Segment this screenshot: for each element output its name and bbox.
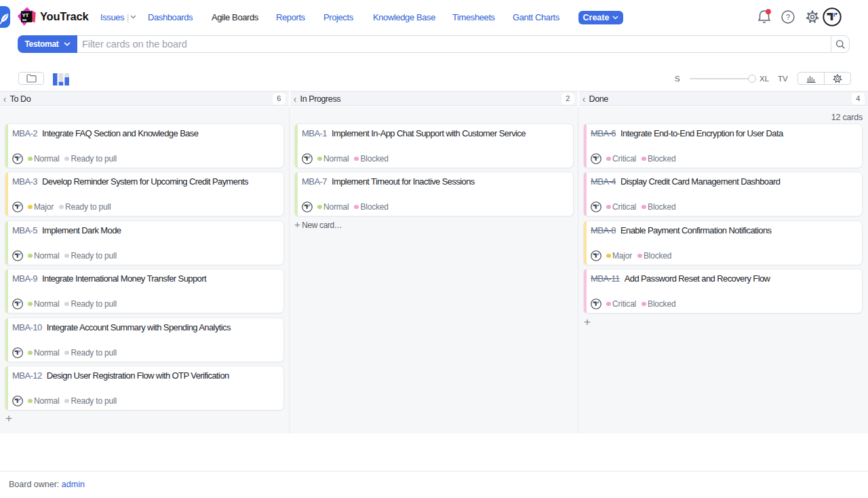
svg-text:YT: YT: [22, 12, 29, 18]
svg-text:?: ?: [786, 13, 790, 21]
